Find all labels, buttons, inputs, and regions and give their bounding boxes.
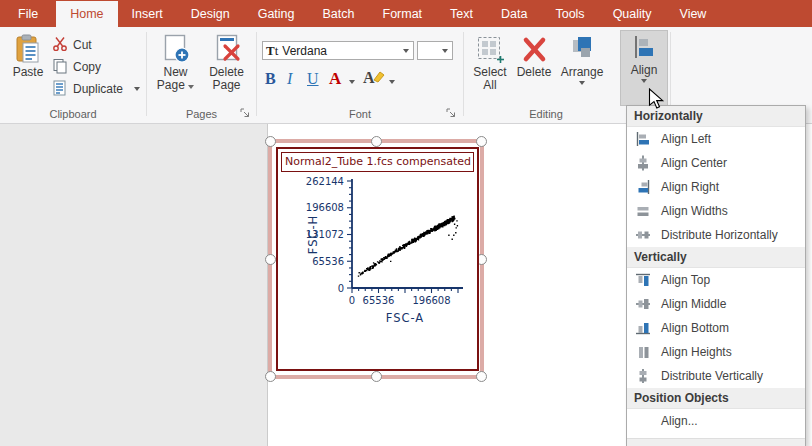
resize-handle-bottom-right[interactable] [476, 371, 487, 382]
arrange-dropdown-caret [579, 81, 585, 85]
align-bottom-icon [634, 319, 652, 337]
bold-button[interactable]: B [265, 70, 276, 88]
ribbon-group-font: Tt Verdana B I U A A Font [257, 27, 463, 123]
tab-file[interactable]: File [0, 0, 56, 27]
align-label: Align [631, 64, 658, 77]
new-page-label: New Page [152, 66, 199, 92]
align-top-icon [634, 271, 652, 289]
font-name-caret [403, 49, 409, 53]
select-all-label: Select All [470, 66, 510, 92]
menu-item-align-left[interactable]: Align Left [627, 127, 805, 151]
menu-item-distribute-vertically[interactable]: Distribute Vertically [627, 364, 805, 388]
new-page-dropdown-caret [188, 85, 194, 89]
duplicate-dropdown-caret [134, 87, 140, 91]
menu-item-distribute-horizontally[interactable]: Distribute Horizontally [627, 223, 805, 247]
font-dialog-launcher-icon[interactable] [446, 108, 457, 119]
select-all-button[interactable]: Select All [468, 33, 512, 92]
delete-button[interactable]: Delete [514, 33, 554, 79]
tab-data[interactable]: Data [487, 0, 541, 27]
menu-section-header-horizontally: Horizontally [627, 106, 805, 127]
tab-text[interactable]: Text [436, 0, 487, 27]
font-name-combobox[interactable]: Tt Verdana [262, 41, 414, 60]
svg-text:FSC-A: FSC-A [386, 311, 425, 325]
tab-tools[interactable]: Tools [541, 0, 598, 27]
resize-handle-bottom-left[interactable] [265, 371, 276, 382]
tab-format[interactable]: Format [369, 0, 437, 27]
highlight-caret[interactable] [389, 80, 395, 84]
italic-button[interactable]: I [287, 70, 292, 88]
menu-item-align-bottom[interactable]: Align Bottom [627, 316, 805, 340]
clipboard-group-label: Clipboard [0, 108, 146, 120]
svg-text:196608: 196608 [306, 202, 344, 213]
new-page-button[interactable]: New Page [152, 33, 199, 92]
tab-quality[interactable]: Quality [599, 0, 666, 27]
menu-item-label: Align... [661, 414, 698, 428]
menu-item-align[interactable]: Align... [627, 409, 805, 433]
distribute-horizontally-icon [634, 226, 652, 244]
cut-label: Cut [73, 38, 92, 52]
align-button[interactable]: Align [620, 30, 668, 106]
select-all-icon [475, 34, 505, 64]
svg-text:262144: 262144 [306, 176, 344, 187]
menu-item-label: Align Right [661, 180, 719, 194]
paste-label: Paste [13, 66, 44, 79]
resize-handle-bottom-middle[interactable] [371, 371, 382, 382]
font-glyph-icon: Tt [266, 43, 278, 59]
align-heights-icon [634, 343, 652, 361]
font-size-combobox[interactable] [417, 41, 453, 60]
delete-page-button[interactable]: Delete Page [203, 33, 250, 92]
tab-gating[interactable]: Gating [244, 0, 309, 27]
resize-handle-top-left[interactable] [265, 136, 276, 147]
copy-icon [52, 58, 68, 77]
tab-insert[interactable]: Insert [118, 0, 177, 27]
menu-item-align-widths[interactable]: Align Widths [627, 199, 805, 223]
align-center-icon [634, 154, 652, 172]
cut-button[interactable]: Cut [52, 35, 92, 55]
paste-button[interactable]: Paste [6, 33, 50, 79]
plot-title: Normal2_Tube 1.fcs compensated [281, 152, 474, 172]
menu-item-align-top[interactable]: Align Top [627, 268, 805, 292]
new-page-icon [161, 34, 191, 64]
duplicate-button[interactable]: Duplicate [52, 79, 140, 99]
resize-handle-top-right[interactable] [476, 136, 487, 147]
resize-handle-top-middle[interactable] [371, 136, 382, 147]
font-name-value: Verdana [282, 44, 327, 58]
svg-text:0: 0 [338, 283, 344, 294]
menu-footer-band [627, 438, 805, 446]
font-color-caret[interactable] [349, 80, 355, 84]
menu-item-label: Align Center [661, 156, 727, 170]
plot-object[interactable]: Normal2_Tube 1.fcs compensated 065536131… [276, 147, 479, 371]
menu-item-align-middle[interactable]: Align Middle [627, 292, 805, 316]
pages-dialog-launcher-icon[interactable] [240, 108, 251, 119]
tab-design[interactable]: Design [177, 0, 244, 27]
underline-button[interactable]: U [307, 70, 319, 88]
svg-text:FSC-H: FSC-H [306, 215, 320, 255]
delete-label: Delete [517, 66, 552, 79]
highlight-pen-icon [371, 69, 385, 87]
editing-group-label: Editing [486, 108, 606, 120]
resize-handle-middle-left[interactable] [265, 254, 276, 265]
align-dropdown-menu: HorizontallyAlign LeftAlign CenterAlign … [626, 105, 806, 446]
align-left-icon [634, 130, 652, 148]
duplicate-label: Duplicate [73, 82, 123, 96]
menu-item-label: Distribute Horizontally [661, 228, 778, 242]
ribbon-group-pages: New Page Delete Page Pages [147, 27, 256, 123]
highlight-button[interactable]: A [363, 69, 385, 87]
delete-page-label: Delete Page [203, 66, 250, 92]
arrange-button[interactable]: Arrange [556, 33, 608, 85]
menu-item-align-heights[interactable]: Align Heights [627, 340, 805, 364]
tab-batch[interactable]: Batch [309, 0, 369, 27]
group-divider [670, 32, 671, 116]
menu-item-label: Align Middle [661, 297, 726, 311]
tab-view[interactable]: View [666, 0, 721, 27]
tab-home[interactable]: Home [56, 1, 117, 27]
copy-button[interactable]: Copy [52, 57, 101, 77]
svg-text:0: 0 [349, 295, 355, 306]
menu-item-label: Align Top [661, 273, 710, 287]
menu-item-align-right[interactable]: Align Right [627, 175, 805, 199]
menu-item-label: Align Bottom [661, 321, 729, 335]
font-color-button[interactable]: A [329, 69, 341, 89]
ribbon-tab-bar: FileHomeInsertDesignGatingBatchFormatTex… [0, 0, 812, 27]
align-middle-icon [634, 295, 652, 313]
menu-item-align-center[interactable]: Align Center [627, 151, 805, 175]
